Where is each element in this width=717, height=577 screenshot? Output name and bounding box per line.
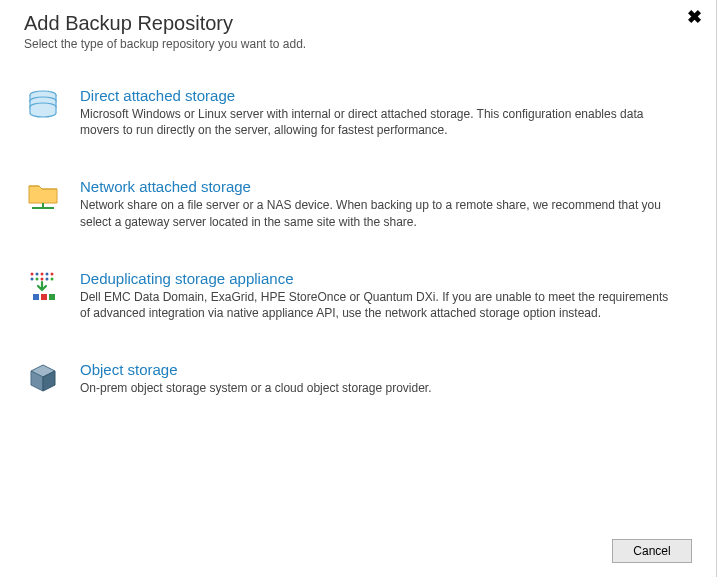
svg-point-13 xyxy=(46,277,49,280)
svg-point-12 xyxy=(41,277,44,280)
option-description: On-prem object storage system or a cloud… xyxy=(80,380,672,396)
option-description: Dell EMC Data Domain, ExaGrid, HPE Store… xyxy=(80,289,672,321)
svg-rect-17 xyxy=(49,294,55,300)
dialog-subtitle: Select the type of backup repository you… xyxy=(24,37,692,51)
disks-icon xyxy=(24,87,62,121)
option-direct-attached-storage[interactable]: Direct attached storage Microsoft Window… xyxy=(24,87,692,138)
svg-rect-15 xyxy=(33,294,39,300)
option-title: Direct attached storage xyxy=(80,87,672,104)
svg-rect-16 xyxy=(41,294,47,300)
option-object-storage[interactable]: Object storage On-prem object storage sy… xyxy=(24,361,692,396)
option-title: Deduplicating storage appliance xyxy=(80,270,672,287)
svg-point-9 xyxy=(51,272,54,275)
cancel-button[interactable]: Cancel xyxy=(612,539,692,563)
close-button[interactable]: ✖ xyxy=(687,8,702,26)
options-list: Direct attached storage Microsoft Window… xyxy=(0,57,716,396)
option-description: Microsoft Windows or Linux server with i… xyxy=(80,106,672,138)
dedup-icon xyxy=(24,270,62,304)
option-title: Network attached storage xyxy=(80,178,672,195)
option-network-attached-storage[interactable]: Network attached storage Network share o… xyxy=(24,178,692,229)
option-description: Network share on a file server or a NAS … xyxy=(80,197,672,229)
svg-point-5 xyxy=(31,272,34,275)
option-title: Object storage xyxy=(80,361,672,378)
dialog-title: Add Backup Repository xyxy=(24,12,692,35)
svg-point-10 xyxy=(31,277,34,280)
option-deduplicating-storage-appliance[interactable]: Deduplicating storage appliance Dell EMC… xyxy=(24,270,692,321)
svg-point-14 xyxy=(51,277,54,280)
folder-network-icon xyxy=(24,178,62,212)
dialog-footer: Cancel xyxy=(612,539,692,563)
svg-point-7 xyxy=(41,272,44,275)
cube-icon xyxy=(24,361,62,395)
svg-point-8 xyxy=(46,272,49,275)
svg-point-6 xyxy=(36,272,39,275)
dialog-header: Add Backup Repository Select the type of… xyxy=(0,0,716,57)
svg-point-11 xyxy=(36,277,39,280)
